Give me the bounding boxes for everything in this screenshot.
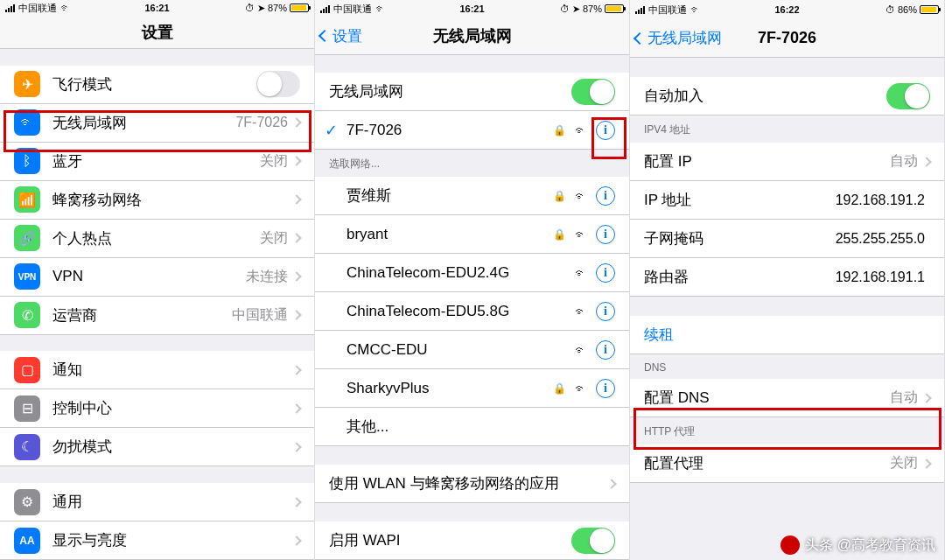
- status-time: 16:21: [144, 3, 169, 13]
- network-name: 7F-7026: [346, 122, 553, 139]
- row-auto-join[interactable]: 自动加入: [630, 77, 944, 116]
- row-network[interactable]: bryant 🔒 ᯤ i: [315, 215, 629, 254]
- watermark: 头条 @高考教育资讯: [780, 536, 935, 555]
- row-wlan-toggle[interactable]: 无线局域网: [315, 73, 629, 111]
- info-icon[interactable]: i: [596, 186, 615, 206]
- row-connected-network[interactable]: ✓ 7F-7026 🔒 ᯤ i: [315, 111, 629, 150]
- network-detail-screen: 中国联通 ᯤ 16:22 ⏱ 86% 无线局域网 7F-7026 自动加入 IP…: [630, 0, 945, 560]
- row-display[interactable]: AA 显示与亮度: [0, 522, 314, 560]
- info-icon[interactable]: i: [596, 340, 615, 360]
- row-general[interactable]: ⚙ 通用: [0, 483, 314, 522]
- info-icon[interactable]: i: [596, 379, 615, 398]
- row-airplane[interactable]: ✈ 飞行模式: [0, 66, 314, 104]
- display-icon: AA: [14, 528, 40, 554]
- row-control-center[interactable]: ⊟ 控制中心: [0, 389, 314, 428]
- network-name: 其他...: [346, 416, 615, 437]
- control-center-icon: ⊟: [14, 396, 40, 422]
- battery-icon: [920, 5, 939, 14]
- row-configure-ip[interactable]: 配置 IP 自动: [630, 143, 944, 181]
- wifi-signal-icon: ᯤ: [575, 123, 587, 137]
- row-wlan-apps[interactable]: 使用 WLAN 与蜂窝移动网络的应用: [315, 465, 629, 503]
- row-other-network[interactable]: 其他...: [315, 408, 629, 446]
- info-icon[interactable]: i: [596, 263, 615, 283]
- row-label: 自动加入: [644, 86, 886, 106]
- row-network[interactable]: ChinaTelecom-EDU5.8G ᯤ i: [315, 292, 629, 331]
- back-label: 无线局域网: [648, 28, 722, 48]
- chevron-right-icon: [291, 195, 301, 205]
- chevron-right-icon: [291, 118, 301, 128]
- row-label: 蜂窝移动网络: [52, 190, 293, 210]
- row-label: 配置 DNS: [644, 388, 890, 408]
- status-bar: 中国联通 ᯤ 16:22 ⏱ 86%: [630, 0, 944, 19]
- lock-icon: 🔒: [553, 124, 566, 136]
- chevron-left-icon: [318, 30, 331, 42]
- info-icon[interactable]: i: [596, 302, 615, 321]
- battery-icon: [605, 4, 624, 13]
- row-router: 路由器 192.168.191.1: [630, 258, 944, 297]
- page-title: 无线局域网: [433, 25, 512, 46]
- row-value: 关闭: [260, 229, 288, 248]
- row-network[interactable]: 贾维斯 🔒 ᯤ i: [315, 177, 629, 215]
- row-bluetooth[interactable]: ᛒ 蓝牙 关闭: [0, 143, 314, 181]
- back-button[interactable]: 无线局域网: [635, 28, 722, 48]
- chevron-right-icon: [291, 497, 301, 507]
- info-icon[interactable]: i: [596, 225, 615, 244]
- row-label: 飞行模式: [52, 74, 256, 94]
- lock-icon: 🔒: [553, 190, 566, 202]
- battery-pct: 87%: [268, 3, 287, 13]
- row-configure-proxy[interactable]: 配置代理 关闭: [630, 444, 944, 483]
- row-label: 控制中心: [52, 398, 293, 418]
- row-value: 未连接: [246, 268, 288, 286]
- info-icon[interactable]: i: [596, 121, 615, 140]
- row-network[interactable]: SharkyvPlus 🔒 ᯤ i: [315, 369, 629, 408]
- row-value: 7F-7026: [235, 115, 288, 130]
- wlan-toggle[interactable]: [571, 79, 615, 105]
- row-label: 无线局域网: [52, 113, 235, 133]
- row-carrier[interactable]: ✆ 运营商 中国联通: [0, 297, 314, 335]
- wapi-toggle[interactable]: [571, 528, 615, 554]
- row-value: 192.168.191.2: [836, 192, 925, 208]
- row-label: 子网掩码: [644, 228, 836, 248]
- status-time: 16:22: [774, 4, 799, 15]
- signal-icon: [5, 4, 15, 12]
- battery-icon: [290, 4, 309, 12]
- chevron-right-icon: [291, 311, 301, 320]
- carrier-name: 中国联通: [18, 2, 57, 15]
- hotspot-icon: 🔗: [14, 225, 40, 251]
- row-value: 自动: [890, 152, 918, 171]
- chevron-right-icon: [291, 403, 301, 413]
- row-notifications[interactable]: ▢ 通知: [0, 351, 314, 389]
- row-ip-address: IP 地址 192.168.191.2: [630, 181, 944, 220]
- row-dnd[interactable]: ☾ 勿扰模式: [0, 428, 314, 466]
- back-button[interactable]: 设置: [320, 26, 362, 46]
- row-label: 续租: [644, 325, 930, 345]
- row-label: 无线局域网: [329, 81, 571, 102]
- row-value: 255.255.255.0: [836, 231, 925, 247]
- row-wapi[interactable]: 启用 WAPI: [315, 522, 629, 560]
- row-label: 通知: [52, 360, 293, 380]
- row-renew-lease[interactable]: 续租: [630, 316, 944, 354]
- chevron-right-icon: [291, 536, 301, 545]
- row-label: 运营商: [52, 305, 232, 326]
- row-network[interactable]: ChinaTelecom-EDU2.4G ᯤ i: [315, 254, 629, 292]
- row-vpn[interactable]: VPN VPN 未连接: [0, 258, 314, 297]
- carrier-name: 中国联通: [648, 4, 687, 17]
- row-hotspot[interactable]: 🔗 个人热点 关闭: [0, 220, 314, 258]
- row-network[interactable]: CMCC-EDU ᯤ i: [315, 331, 629, 369]
- airplane-toggle[interactable]: [256, 71, 300, 97]
- chevron-right-icon: [921, 393, 931, 402]
- nav-bar: 设置: [0, 17, 314, 49]
- network-name: ChinaTelecom-EDU2.4G: [346, 264, 575, 282]
- nav-bar: 无线局域网 7F-7026: [630, 19, 944, 58]
- network-name: 贾维斯: [346, 186, 553, 206]
- auto-join-toggle[interactable]: [886, 83, 930, 109]
- row-label: VPN: [52, 268, 246, 285]
- network-name: bryant: [346, 226, 553, 243]
- row-wifi[interactable]: ᯤ 无线局域网 7F-7026: [0, 104, 314, 143]
- location-icon: ➤: [572, 4, 580, 15]
- http-proxy-header: HTTP 代理: [630, 417, 944, 444]
- row-cellular[interactable]: 📶 蜂窝移动网络: [0, 181, 314, 220]
- alarm-icon: ⏱: [245, 3, 255, 13]
- signal-icon: [320, 5, 330, 13]
- row-configure-dns[interactable]: 配置 DNS 自动: [630, 379, 944, 417]
